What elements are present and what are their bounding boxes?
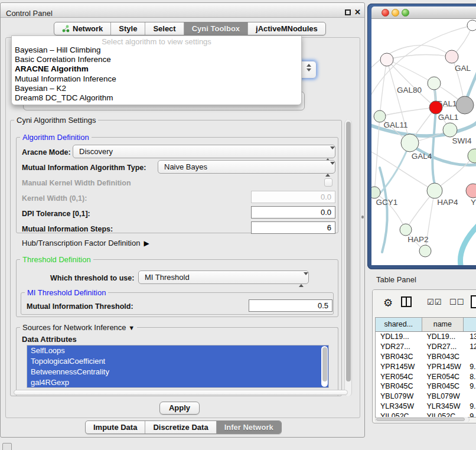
- network-node[interactable]: [429, 101, 442, 114]
- attribute-item[interactable]: TopologicalCoefficient: [27, 356, 328, 367]
- network-node[interactable]: [445, 50, 458, 63]
- algorithm-popup: Select algorithm to view settings Bayesi…: [11, 35, 302, 105]
- which-threshold-combobox[interactable]: MI Threshold: [138, 270, 309, 284]
- network-graph: GALGAL80GAL10GAL1GAL11SWI4GAL4GCY1HAP4YH…: [371, 19, 476, 265]
- tab-network[interactable]: Network: [54, 22, 111, 35]
- threshold-definition-title: Threshold Definition: [20, 255, 93, 264]
- float-window-icon[interactable]: [345, 9, 351, 15]
- mi-type-label: Mutual Information Algorithm Type:: [22, 164, 146, 172]
- network-edge[interactable]: [387, 60, 434, 83]
- dock-panel-icon[interactable]: [2, 443, 12, 450]
- manual-kernel-checkbox[interactable]: [324, 178, 332, 187]
- table-header-cell[interactable]: name: [422, 318, 464, 331]
- new-table-icon[interactable]: [470, 295, 476, 308]
- network-node[interactable]: [468, 149, 476, 163]
- tab-discretize-data[interactable]: Discretize Data: [145, 421, 216, 433]
- select-all-icon[interactable]: ☑☑: [427, 298, 442, 306]
- table-row[interactable]: YBR045CYBR045C9.: [376, 381, 476, 392]
- popup-item[interactable]: Basic Correlation Inference: [12, 55, 301, 64]
- settings-horizontal-scrollbar[interactable]: [14, 390, 348, 395]
- gear-icon[interactable]: ⚙: [383, 296, 393, 309]
- table-cell: YBR045C: [422, 381, 464, 392]
- popup-list: Bayesian – Hill ClimbingBasic Correlatio…: [12, 45, 301, 103]
- close-icon[interactable]: ✕: [354, 8, 361, 17]
- network-edge[interactable]: [380, 107, 436, 116]
- window-close-icon[interactable]: [382, 9, 389, 17]
- splitpane-handle[interactable]: [361, 216, 364, 219]
- network-node[interactable]: [371, 187, 380, 198]
- popup-item[interactable]: Mutual Information Inference: [12, 74, 301, 84]
- window-minimize-icon[interactable]: [392, 9, 399, 17]
- mi-type-combobox[interactable]: Naive Bayes: [158, 160, 335, 174]
- popup-item[interactable]: Bayesian – K2: [12, 84, 301, 93]
- table-cell: 13: [464, 332, 476, 342]
- table-header-cell[interactable]: [464, 318, 476, 331]
- popup-item[interactable]: Dream8 DC_TDC Algorithm: [12, 93, 301, 103]
- network-node[interactable]: [380, 53, 393, 66]
- dpi-tolerance-field[interactable]: 0.0: [251, 206, 335, 219]
- popup-item[interactable]: Bayesian – Hill Climbing: [12, 45, 301, 55]
- table-row[interactable]: YLR345WYLR345W9.: [376, 402, 476, 412]
- table-row[interactable]: YDR27...YDR27...12: [376, 342, 476, 352]
- network-node[interactable]: [401, 134, 419, 152]
- table-cell: YDR27...: [422, 342, 464, 352]
- mi-threshold-field[interactable]: 0.5: [249, 299, 332, 312]
- network-canvas[interactable]: GALGAL80GAL10GAL1GAL11SWI4GAL4GCY1HAP4YH…: [371, 19, 476, 265]
- network-view-window[interactable]: GALGAL80GAL10GAL1GAL11SWI4GAL4GCY1HAP4YH…: [367, 4, 476, 269]
- hub-definition-toggle[interactable]: Hub/Transcription Factor Definition▶: [22, 239, 149, 247]
- table-row[interactable]: YPR145WYPR145W9.: [376, 362, 476, 372]
- network-node[interactable]: [428, 77, 441, 90]
- attribute-item[interactable]: BetweennessCentrality: [27, 367, 328, 377]
- attr-list-scrollbar[interactable]: [321, 346, 328, 387]
- window-zoom-icon[interactable]: [402, 9, 409, 17]
- table-row[interactable]: YBL079WYBL079W: [376, 392, 476, 402]
- tab-select[interactable]: Select: [145, 22, 184, 35]
- network-edge[interactable]: [380, 60, 387, 116]
- network-window-titlebar[interactable]: [371, 6, 476, 19]
- settings-scrollbar-thumb[interactable]: [346, 122, 351, 381]
- network-node-label: GAL: [455, 64, 471, 73]
- deselect-all-icon[interactable]: ☐☐: [449, 298, 464, 306]
- table-row[interactable]: YBR043CYBR043C: [376, 352, 476, 362]
- tab-jactivemnodules[interactable]: jActiveMNodules: [248, 22, 325, 35]
- table-hscroll-thumb[interactable]: [376, 418, 465, 421]
- mi-steps-field[interactable]: 6: [251, 221, 335, 234]
- kernel-width-value: 0.0: [321, 193, 331, 201]
- sources-group-title[interactable]: Sources for Network Inference ▼: [20, 323, 137, 332]
- aracne-mode-combobox[interactable]: Discovery: [73, 145, 335, 158]
- attr-list-scrollbar-thumb[interactable]: [322, 347, 327, 381]
- tab-cyni-toolbox[interactable]: Cyni Toolbox: [184, 22, 248, 35]
- network-node[interactable]: [467, 20, 476, 31]
- tab-impute-data[interactable]: Impute Data: [86, 421, 145, 433]
- network-node[interactable]: [443, 123, 457, 137]
- table-row[interactable]: YDL19...YDL19...13: [376, 332, 476, 342]
- table-cell: YLR345W: [422, 402, 464, 412]
- network-node[interactable]: [400, 224, 412, 236]
- tab-infer-network[interactable]: Infer Network: [217, 421, 281, 433]
- tab-style[interactable]: Style: [111, 22, 145, 35]
- data-attributes-list[interactable]: SelfLoopsTopologicalCoefficientBetweenne…: [27, 345, 329, 388]
- mi-threshold-group-title: MI Threshold Definition: [25, 288, 108, 297]
- table-cell: YBR043C: [422, 352, 464, 362]
- table-cell: 9.: [464, 381, 476, 392]
- attribute-item[interactable]: gal4RGexp: [27, 377, 328, 388]
- network-edge[interactable]: [460, 223, 476, 265]
- network-node[interactable]: [419, 245, 431, 257]
- control-panel-titlebar[interactable]: Control Panel ✕: [1, 3, 364, 18]
- table-row[interactable]: YER054CYER054C8.: [376, 372, 476, 382]
- network-edge[interactable]: [387, 54, 452, 60]
- screen: Control Panel ✕ NetworkStyleSelectCyni T…: [0, 0, 476, 450]
- columns-icon[interactable]: [401, 296, 412, 308]
- network-node[interactable]: [427, 183, 442, 198]
- popup-item[interactable]: ARACNE Algorithm: [12, 64, 301, 74]
- network-node-label: SWI4: [452, 136, 471, 145]
- settings-vertical-scrollbar[interactable]: [344, 120, 352, 396]
- apply-button[interactable]: Apply: [159, 402, 200, 415]
- network-node[interactable]: [456, 96, 474, 114]
- table-horizontal-scrollbar[interactable]: [375, 417, 470, 422]
- attribute-item[interactable]: SelfLoops: [27, 345, 328, 356]
- table-header-cell[interactable]: shared...: [376, 318, 422, 331]
- network-node[interactable]: [466, 184, 476, 198]
- network-edge[interactable]: [380, 168, 387, 252]
- kernel-width-field[interactable]: 0.0: [251, 191, 335, 203]
